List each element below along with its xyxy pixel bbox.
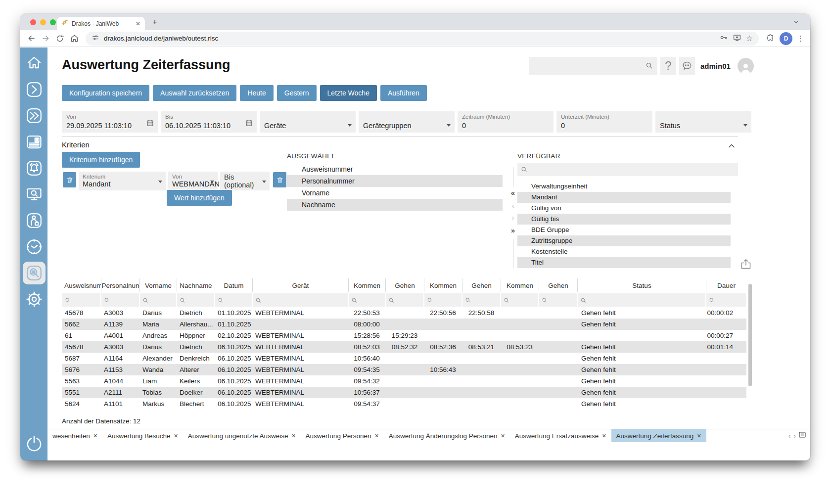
workspace-tab[interactable]: Auswertung Personen× (301, 429, 384, 442)
table-row[interactable]: 5676A1153WandaAlterer06.10.2025WEBTERMIN… (62, 364, 746, 375)
tab-list-icon[interactable] (798, 431, 806, 441)
password-key-icon[interactable] (719, 33, 728, 44)
move-all-left-icon[interactable]: « (508, 188, 517, 197)
close-tab-icon[interactable]: × (697, 432, 701, 440)
sidebar-chevron-icon[interactable] (23, 78, 46, 101)
column-filter-input[interactable] (101, 292, 139, 307)
table-row[interactable]: 45678A3003DariusDietrich06.10.2025WEBTER… (62, 341, 746, 353)
available-column-item[interactable]: Mandant (517, 192, 731, 203)
available-column-item[interactable]: Gültig von (517, 203, 731, 214)
toolbar-button[interactable]: Konfiguration speichern (62, 85, 149, 101)
sidebar-gear-icon[interactable] (23, 288, 46, 311)
bookmark-star-icon[interactable]: ☆ (746, 35, 753, 43)
column-filter-input[interactable] (706, 292, 746, 307)
move-all-right-icon[interactable]: » (508, 226, 517, 234)
sidebar-monitor-search-icon[interactable] (23, 183, 46, 206)
table-row[interactable]: 5551A2111TobiasDoelker06.10.2025WEBTERMI… (62, 387, 746, 398)
scroll-tabs-left-icon[interactable]: ‹ (788, 432, 791, 440)
sidebar-clock-icon[interactable] (23, 235, 46, 258)
available-column-item[interactable]: BDE Gruppe (517, 225, 731, 235)
browser-profile-avatar[interactable]: D (780, 32, 792, 45)
close-tab-icon[interactable]: × (501, 432, 505, 440)
workspace-tab[interactable]: Auswertung Zeiterfassung× (611, 429, 706, 442)
sidebar-person-briefcase-icon[interactable] (23, 209, 46, 232)
table-column-header[interactable]: Personalnun (101, 278, 139, 292)
table-column-header[interactable]: Nachname (177, 278, 215, 292)
forward-icon[interactable] (41, 34, 50, 44)
column-filter-input[interactable] (424, 292, 462, 307)
export-icon[interactable] (739, 259, 752, 272)
column-filter-input[interactable] (539, 292, 577, 307)
url-text[interactable]: drakos.janicloud.de/janiweb/outest.risc (104, 35, 715, 42)
tab-search-chevron-icon[interactable] (793, 18, 799, 27)
table-row[interactable]: 5687A1164AlexanderDenkreich06.10.2025WEB… (62, 353, 746, 364)
reload-icon[interactable] (55, 34, 65, 44)
workspace-tab[interactable]: Auswertung Besuche× (102, 429, 183, 442)
table-column-header[interactable]: Vorname (139, 278, 177, 292)
table-row[interactable]: 45678A3003DariusDietrich01.10.2025WEBTER… (62, 307, 746, 319)
workspace-tab[interactable]: wesenheiten× (47, 429, 102, 442)
table-column-header[interactable]: Datum (215, 278, 252, 292)
sidebar-double-chevron-icon[interactable] (23, 104, 46, 127)
selected-column-item[interactable]: Vorname (287, 187, 503, 199)
table-column-header[interactable]: Status (577, 278, 706, 292)
sidebar-home-icon[interactable] (23, 52, 46, 75)
column-filter-input[interactable] (177, 292, 215, 307)
workspace-tab[interactable]: Auswertung Ersatzausweise× (510, 429, 611, 442)
filter-field[interactable]: Von29.09.2025 11:03:10 (62, 111, 158, 133)
column-filter-input[interactable] (252, 292, 348, 307)
table-column-header[interactable]: Kommen (348, 278, 385, 292)
move-left-icon[interactable]: ‹ (508, 202, 517, 210)
back-icon[interactable] (26, 34, 36, 44)
toolbar-button[interactable]: Gestern (277, 85, 317, 101)
selected-column-item[interactable]: Personalnummer (287, 175, 503, 187)
toolbar-button[interactable]: Ausführen (380, 85, 427, 101)
criterion-to-select[interactable]: Bis (optional) (220, 172, 270, 190)
table-column-header[interactable]: Kommen (501, 278, 539, 292)
selected-column-item[interactable]: Nachname (287, 199, 503, 211)
column-filter-input[interactable] (215, 292, 252, 307)
filter-field[interactable]: Bis06.10.2025 11:03:10 (161, 111, 257, 133)
table-column-header[interactable]: Gehen (462, 278, 501, 292)
filter-field[interactable]: Unterzeit (Minuten)0 (556, 111, 652, 133)
home-icon[interactable] (69, 34, 79, 44)
sidebar-id-card-icon[interactable] (23, 131, 46, 153)
column-filter-input[interactable] (348, 292, 385, 307)
global-search-input[interactable] (529, 57, 657, 75)
available-column-item[interactable]: Kostenstelle (517, 246, 731, 257)
table-column-header[interactable]: Gehen (385, 278, 424, 292)
column-filter-input[interactable] (139, 292, 177, 307)
selected-column-item[interactable]: Ausweisnummer (287, 163, 503, 175)
move-right-icon[interactable]: › (508, 214, 517, 222)
url-bar[interactable]: drakos.janicloud.de/janiweb/outest.risc … (86, 32, 759, 46)
available-column-item[interactable]: Gültig bis (517, 214, 731, 225)
criterion-select[interactable]: Kriterium Mandant (79, 172, 166, 190)
scroll-tabs-right-icon[interactable]: › (793, 432, 796, 440)
column-filter-input[interactable] (62, 292, 101, 307)
workspace-tab[interactable]: Auswertung Änderungslog Personen× (384, 429, 510, 442)
workspace-tab[interactable]: Auswertung ungenutzte Ausweise× (183, 429, 301, 442)
toolbar-button[interactable]: Letzte Woche (320, 85, 377, 101)
minimize-window-button[interactable] (40, 19, 46, 25)
close-tab-icon[interactable]: × (602, 432, 606, 440)
add-criterion-button[interactable]: Kriterium hinzufügen (62, 152, 140, 168)
delete-criterion-button[interactable] (63, 172, 76, 187)
vertical-scrollbar[interactable] (748, 284, 752, 386)
sidebar-report-search-icon[interactable] (23, 262, 46, 284)
close-tab-icon[interactable]: × (174, 432, 178, 440)
table-column-header[interactable]: Ausweisnum (62, 278, 101, 292)
column-filter-input[interactable] (577, 292, 706, 307)
close-tab-icon[interactable]: × (291, 432, 295, 440)
table-column-header[interactable]: Gehen (539, 278, 577, 292)
zoom-window-button[interactable] (50, 19, 56, 25)
sidebar-power-icon[interactable] (25, 435, 44, 456)
tab-close-icon[interactable]: ✕ (136, 20, 140, 27)
available-column-item[interactable]: Zutrittsgruppe (517, 235, 731, 246)
criterion-from-select[interactable]: Von WEBMANDAN (168, 172, 218, 190)
filter-field[interactable]: Geräte (260, 111, 356, 133)
close-tab-icon[interactable]: × (93, 432, 97, 440)
table-row[interactable]: 61A4001AndreasHöppner02.10.2025WEBTERMIN… (62, 330, 746, 341)
new-tab-button[interactable]: + (150, 18, 160, 27)
site-settings-icon[interactable] (92, 34, 99, 43)
available-column-item[interactable]: Titel (517, 257, 731, 268)
